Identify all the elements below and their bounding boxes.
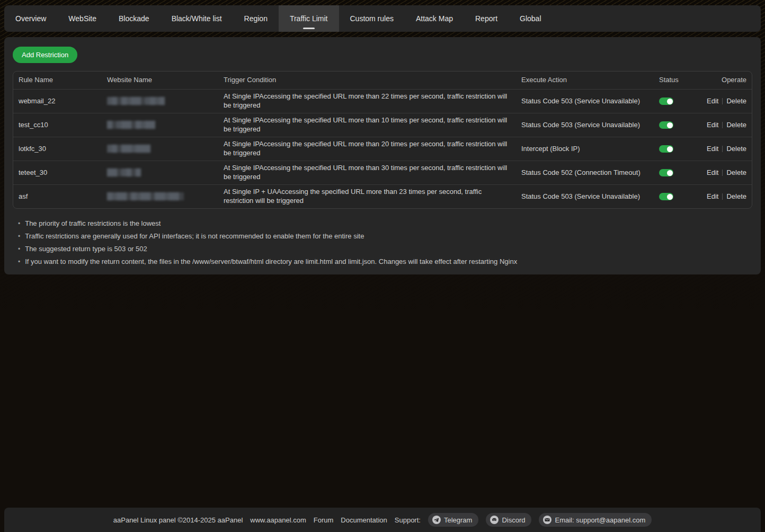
tab-region[interactable]: Region <box>233 5 279 32</box>
table-row: webmail_22 ▓█▒█▓██▒▓█▓█ At Single IPAcce… <box>13 89 752 113</box>
website-name-redacted: █▓██▒█▓██▒██▓██▒ <box>107 192 183 201</box>
execute-action: Status Code 503 (Service Unavailable) <box>516 121 654 130</box>
trigger-condition: At Single IP + UAAccessing the specified… <box>218 188 516 206</box>
rule-name: webmail_22 <box>13 97 102 106</box>
footer-support-label: Support: <box>395 516 421 524</box>
tab-attack-map[interactable]: Attack Map <box>405 5 464 32</box>
header-rule-name: Rule Name <box>13 76 102 85</box>
delete-link[interactable]: Delete <box>726 192 746 200</box>
operate-divider <box>722 122 723 128</box>
tab-traffic-limit[interactable]: Traffic Limit <box>279 5 339 32</box>
note-text: The suggested return type is 503 or 502 <box>25 243 147 255</box>
note-item: • The priority of traffic restrictions i… <box>18 217 752 230</box>
bullet-dot: • <box>18 255 20 268</box>
delete-link[interactable]: Delete <box>726 145 746 153</box>
tab-blockade[interactable]: Blockade <box>108 5 161 32</box>
header-website-name: Website Name <box>102 76 218 85</box>
footer-documentation-link[interactable]: Documentation <box>341 516 387 524</box>
note-item: • Traffic restrictions are generally use… <box>18 230 752 243</box>
header-trigger-condition: Trigger Condition <box>218 76 516 85</box>
tab-black-white-list[interactable]: Black/White list <box>161 5 233 32</box>
execute-action: Status Code 503 (Service Unavailable) <box>516 192 654 201</box>
header-execute-action: Execute Action <box>516 76 654 85</box>
footer-copyright: aaPanel Linux panel ©2014-2025 aaPanel <box>113 516 243 524</box>
trigger-condition: At Single IPAccessing the specified URL … <box>218 116 516 134</box>
status-toggle[interactable] <box>659 121 673 129</box>
tab-report[interactable]: Report <box>464 5 509 32</box>
table-row: asf █▓██▒█▓██▒██▓██▒ At Single IP + UAAc… <box>13 184 752 208</box>
website-name-redacted: ██▒▓█▒█ <box>107 169 140 178</box>
status-toggle[interactable] <box>659 97 673 105</box>
status-toggle[interactable] <box>659 169 673 176</box>
website-name-redacted: ▓█▒██▓███ <box>107 145 150 154</box>
waf-tab-bar: Overview WebSite Blockade Black/White li… <box>4 5 761 32</box>
footer-website-link[interactable]: www.aapanel.com <box>250 516 306 524</box>
email-label: Email: support@aapanel.com <box>555 516 645 524</box>
note-item: • The suggested return type is 503 or 50… <box>18 243 752 255</box>
edit-link[interactable]: Edit <box>707 169 718 176</box>
execute-action: Intercept (Block IP) <box>516 145 654 154</box>
edit-link[interactable]: Edit <box>707 145 718 153</box>
active-tab-underline <box>303 28 315 29</box>
trigger-condition: At Single IPAccessing the specified URL … <box>218 140 516 158</box>
table-row: lotkfc_30 ▓█▒██▓███ At Single IPAccessin… <box>13 137 752 161</box>
note-item: • If you want to modify the return conte… <box>18 255 752 268</box>
footer-forum-link[interactable]: Forum <box>314 516 334 524</box>
status-toggle[interactable] <box>659 145 673 153</box>
rule-name: asf <box>13 192 102 201</box>
discord-icon <box>490 516 499 524</box>
operate-divider <box>722 170 723 176</box>
status-toggle[interactable] <box>659 193 673 200</box>
discord-button[interactable]: Discord <box>486 513 531 527</box>
tab-global[interactable]: Global <box>509 5 552 32</box>
table-row: test_cc10 █▒▓██▒█▓██ At Single IPAccessi… <box>13 113 752 137</box>
edit-link[interactable]: Edit <box>707 192 718 200</box>
tab-custom-rules[interactable]: Custom rules <box>339 5 405 32</box>
footer-bar: aaPanel Linux panel ©2014-2025 aaPanel w… <box>4 508 761 532</box>
trigger-condition: At Single IPAccessing the specified URL … <box>218 164 516 182</box>
operate-divider <box>722 146 723 152</box>
bullet-dot: • <box>18 217 20 230</box>
discord-label: Discord <box>502 516 525 524</box>
telegram-icon <box>432 516 441 524</box>
operate-divider <box>722 98 723 104</box>
website-name-redacted: █▒▓██▒█▓██ <box>107 121 155 130</box>
operate-divider <box>722 193 723 200</box>
execute-action: Status Code 502 (Connection Timeout) <box>516 169 654 178</box>
table-header-row: Rule Name Website Name Trigger Condition… <box>13 72 752 89</box>
email-icon <box>543 516 551 524</box>
tab-overview[interactable]: Overview <box>4 5 57 32</box>
delete-link[interactable]: Delete <box>726 97 746 105</box>
telegram-button[interactable]: Telegram <box>428 513 478 527</box>
traffic-limit-panel: Add Restriction Rule Name Website Name T… <box>4 37 761 274</box>
website-name-redacted: ▓█▒█▓██▒▓█▓█ <box>107 97 164 106</box>
email-support-button[interactable]: Email: support@aapanel.com <box>539 513 652 527</box>
delete-link[interactable]: Delete <box>726 169 746 176</box>
traffic-rules-table: Rule Name Website Name Trigger Condition… <box>13 71 752 209</box>
notes-list: • The priority of traffic restrictions i… <box>18 217 752 268</box>
edit-link[interactable]: Edit <box>707 121 718 129</box>
note-text: If you want to modify the return content… <box>25 255 517 268</box>
tab-traffic-limit-label: Traffic Limit <box>290 14 328 23</box>
header-status: Status <box>654 76 700 85</box>
trigger-condition: At Single IPAccessing the specified URL … <box>218 92 516 110</box>
telegram-label: Telegram <box>444 516 472 524</box>
execute-action: Status Code 503 (Service Unavailable) <box>516 97 654 106</box>
edit-link[interactable]: Edit <box>707 97 718 105</box>
rule-name: test_cc10 <box>13 121 102 130</box>
rule-name: lotkfc_30 <box>13 145 102 154</box>
rule-name: teteet_30 <box>13 169 102 178</box>
bullet-dot: • <box>18 230 20 243</box>
header-operate: Operate <box>700 76 752 85</box>
table-row: teteet_30 ██▒▓█▒█ At Single IPAccessing … <box>13 161 752 184</box>
bullet-dot: • <box>18 243 20 255</box>
note-text: The priority of traffic restrictions is … <box>25 217 161 230</box>
delete-link[interactable]: Delete <box>726 121 746 129</box>
add-restriction-button[interactable]: Add Restriction <box>13 47 77 63</box>
tab-website[interactable]: WebSite <box>57 5 108 32</box>
note-text: Traffic restrictions are generally used … <box>25 230 364 243</box>
